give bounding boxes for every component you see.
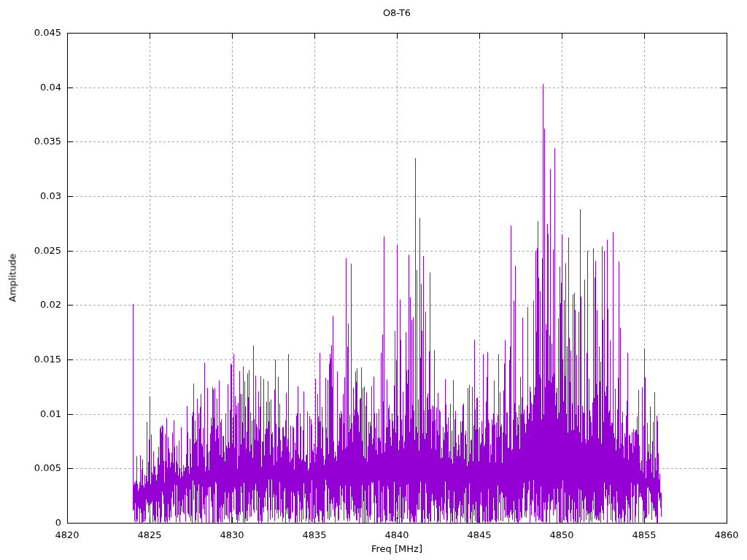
y-axis-title: Amplitude (7, 254, 18, 303)
gnuplot-figure: O8-T6 Amplitude Freq [MHz] 00.0050.010.0… (0, 0, 747, 560)
y-tick-label: 0.02 (0, 300, 61, 310)
x-tick-label: 4825 (128, 530, 171, 540)
x-tick-label: 4850 (540, 530, 584, 540)
x-tick-label: 4845 (457, 530, 501, 540)
y-tick-label: 0.01 (0, 409, 61, 419)
y-tick-label: 0 (0, 518, 61, 528)
x-tick-label: 4820 (45, 530, 89, 540)
y-tick-label: 0.035 (0, 136, 61, 147)
y-tick-label: 0.04 (0, 82, 61, 93)
spectrum-plot-canvas (0, 0, 747, 560)
x-tick-label: 4835 (293, 530, 336, 540)
x-tick-label: 4840 (375, 530, 419, 540)
y-tick-label: 0.03 (0, 191, 61, 201)
x-tick-label: 4830 (210, 530, 254, 540)
y-tick-label: 0.005 (0, 463, 61, 473)
x-tick-label: 4860 (705, 530, 747, 540)
chart-title: O8-T6 (67, 7, 727, 18)
x-axis-title: Freq [MHz] (67, 543, 727, 554)
x-tick-label: 4855 (622, 530, 666, 540)
y-tick-label: 0.015 (0, 354, 61, 365)
y-tick-label: 0.045 (0, 28, 61, 38)
y-tick-label: 0.025 (0, 246, 61, 256)
